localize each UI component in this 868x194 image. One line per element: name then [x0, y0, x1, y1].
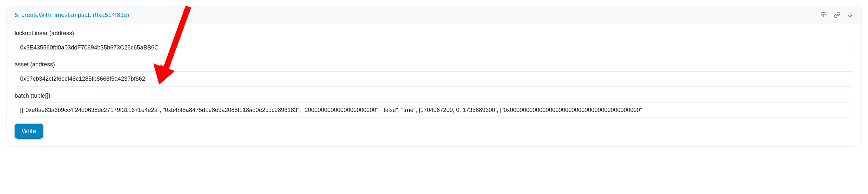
asset-label: asset (address): [14, 61, 854, 68]
field-asset: asset (address): [14, 61, 854, 87]
function-panel: 5. createWithTimestampsLL (0xa514f83e): [6, 6, 862, 147]
batch-label: batch (tuple[]): [14, 92, 854, 99]
header-icons: [821, 12, 854, 18]
lockup-linear-label: lockupLinear (address): [14, 30, 854, 37]
chevron-down-icon[interactable]: [847, 12, 854, 18]
panel-title: 5. createWithTimestampsLL (0xa514f83e): [14, 11, 129, 19]
svg-rect-0: [824, 14, 826, 17]
copy-icon[interactable]: [821, 12, 827, 18]
batch-input[interactable]: [14, 103, 854, 118]
field-batch: batch (tuple[]): [14, 92, 854, 118]
panel-body: lockupLinear (address) asset (address) b…: [7, 23, 861, 146]
field-lockup-linear: lockupLinear (address): [14, 30, 854, 55]
panel-header[interactable]: 5. createWithTimestampsLL (0xa514f83e): [7, 7, 861, 23]
link-icon[interactable]: [834, 12, 840, 18]
asset-input[interactable]: [14, 71, 854, 87]
write-button[interactable]: Write: [14, 124, 43, 139]
lockup-linear-input[interactable]: [14, 40, 854, 55]
